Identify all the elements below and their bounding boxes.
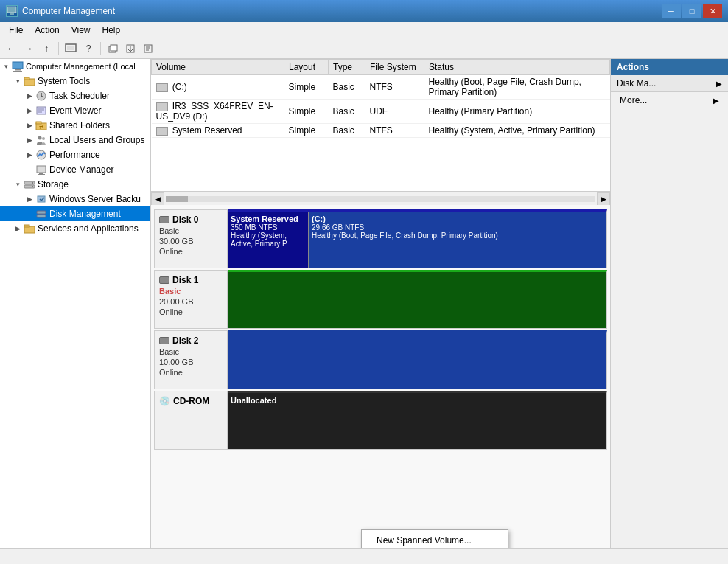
- expand-storage[interactable]: ▾: [12, 178, 24, 190]
- window-controls: ─ □ ✕: [662, 4, 722, 18]
- content-area: Volume Layout Type File System Status (C…: [151, 59, 610, 548]
- tree-system-tools-label: System Tools: [38, 76, 90, 86]
- disk-2-main-partition[interactable]: [228, 333, 606, 389]
- tree-shared-folders[interactable]: ▶ ⇄ Shared Folders: [0, 118, 150, 133]
- toolbar: ← → ↑ ?: [0, 38, 728, 59]
- svg-rect-0: [7, 7, 16, 13]
- svg-rect-15: [13, 62, 23, 69]
- table-row[interactable]: IR3_SSS_X64FREV_EN-US_DV9 (D:) Simple Ba…: [152, 100, 610, 124]
- disk-1-size: 20.00 GB: [159, 297, 223, 306]
- tree-local-users[interactable]: ▶ Local Users and Groups: [0, 133, 150, 147]
- horizontal-scrollbar[interactable]: ◀ ▶: [151, 192, 610, 205]
- col-type: Type: [329, 60, 365, 75]
- expand-ev[interactable]: ▶: [24, 105, 35, 116]
- close-button[interactable]: ✕: [703, 4, 722, 18]
- expand-task[interactable]: ▶: [24, 90, 35, 102]
- menu-help[interactable]: Help: [97, 24, 127, 37]
- expand-wb[interactable]: ▶: [24, 193, 35, 205]
- disk-1-label[interactable]: Disk 1 Basic 20.00 GB Online: [154, 270, 228, 329]
- tree-pane: ▾ Computer Management (Local ▾ System To…: [0, 59, 151, 548]
- scroll-thumb[interactable]: [166, 196, 188, 202]
- expand-perf[interactable]: ▶: [24, 149, 35, 161]
- tree-device-manager[interactable]: ▶ Device Manager: [0, 162, 150, 177]
- cdrom-unalloc[interactable]: Unallocated: [228, 393, 606, 449]
- disk-0-type: Basic: [159, 226, 223, 235]
- disk-0-partition-sysres[interactable]: System Reserved 350 MB NTFS Healthy (Sys…: [228, 212, 309, 268]
- tree-performance[interactable]: ▶ Performance: [0, 147, 150, 162]
- tree-disk-management[interactable]: ▶ Disk Management: [0, 206, 150, 221]
- col-status: Status: [424, 60, 610, 75]
- col-fs: File System: [365, 60, 424, 75]
- vol-name-c: (C:): [152, 75, 284, 100]
- hdd-icon: [159, 216, 169, 223]
- actions-pane: Actions Disk Ma... ▶ More... ▶: [610, 59, 728, 548]
- table-row[interactable]: (C:) Simple Basic NTFS Healthy (Boot, Pa…: [152, 75, 610, 100]
- tree-system-tools[interactable]: ▾ System Tools: [0, 74, 150, 88]
- help-button[interactable]: ?: [80, 41, 97, 57]
- tree-device-label: Device Manager: [49, 164, 113, 175]
- expand-system-tools[interactable]: ▾: [12, 75, 24, 87]
- actions-expand-icon: ▶: [716, 80, 722, 88]
- forward-button[interactable]: →: [21, 41, 37, 57]
- expand-services[interactable]: ▶: [12, 223, 24, 234]
- disk-1-row: Disk 1 Basic 20.00 GB Online: [154, 270, 607, 329]
- actions-more-arrow: ▶: [713, 97, 719, 105]
- disk-2-label[interactable]: Disk 2 Basic 10.00 GB Online: [154, 330, 228, 389]
- tree-task-scheduler[interactable]: ▶ Task Scheduler: [0, 88, 150, 103]
- actions-more[interactable]: More... ▶: [611, 92, 728, 108]
- svg-rect-35: [38, 174, 45, 175]
- actions-sub-label: Disk Ma...: [617, 78, 656, 88]
- expand-lu[interactable]: ▶: [24, 134, 35, 146]
- disk-2-type: Basic: [159, 347, 223, 356]
- scroll-track[interactable]: [166, 196, 595, 202]
- tree-event-label: Event Viewer: [49, 105, 101, 116]
- maximize-button[interactable]: □: [682, 4, 701, 18]
- disk-1-main-partition[interactable]: [228, 272, 606, 328]
- tree-services-label: Services and Applications: [38, 223, 139, 234]
- volume-list: Volume Layout Type File System Status (C…: [151, 59, 610, 192]
- disk-1-name: Disk 1: [159, 275, 223, 285]
- disk-icon-sm: [156, 127, 168, 136]
- app-icon: [6, 5, 18, 17]
- menu-file[interactable]: File: [3, 24, 29, 37]
- minimize-button[interactable]: ─: [662, 4, 681, 18]
- cdrom-label[interactable]: 💿 CD-ROM: [154, 391, 228, 450]
- menu-action[interactable]: Action: [29, 24, 65, 37]
- scroll-left-button[interactable]: ◀: [151, 192, 164, 206]
- storage-icon: [24, 178, 35, 190]
- new-window-button[interactable]: [105, 41, 121, 57]
- tree-event-viewer[interactable]: ▶ Event Viewer: [0, 103, 150, 118]
- disk-0-partition-c[interactable]: (C:) 29.66 GB NTFS Healthy (Boot, Page F…: [309, 212, 606, 268]
- tree-server-backup[interactable]: ▶ Windows Server Backu: [0, 192, 150, 206]
- ctx-new-spanned[interactable]: New Spanned Volume...: [362, 532, 508, 548]
- svg-rect-42: [37, 215, 46, 217]
- svg-point-39: [32, 186, 33, 187]
- up-button[interactable]: ↑: [38, 41, 55, 57]
- scroll-right-button[interactable]: ▶: [597, 192, 610, 206]
- svg-point-30: [38, 136, 42, 140]
- svg-rect-4: [67, 46, 74, 50]
- table-row[interactable]: System Reserved Simple Basic NTFS Health…: [152, 124, 610, 138]
- disk-mgmt-icon: [35, 208, 47, 220]
- toolbar-separator-2: [100, 42, 101, 55]
- tree-performance-label: Performance: [49, 150, 100, 160]
- disk-0-label[interactable]: Disk 0 Basic 30.00 GB Online: [154, 209, 228, 268]
- disk-2-row: Disk 2 Basic 10.00 GB Online: [154, 330, 607, 389]
- export-button[interactable]: [122, 41, 139, 57]
- menu-view[interactable]: View: [66, 24, 97, 37]
- svg-rect-6: [111, 45, 117, 51]
- tree-root[interactable]: ▾ Computer Management (Local: [0, 59, 150, 74]
- tree-storage-label: Storage: [38, 179, 69, 189]
- disk-1-type: Basic: [159, 287, 223, 296]
- expand-sf[interactable]: ▶: [24, 119, 35, 131]
- back-button[interactable]: ←: [3, 41, 19, 57]
- cdrom-partitions: Unallocated: [228, 391, 607, 450]
- disk-1-status: Online: [159, 307, 223, 316]
- show-hide-console[interactable]: [63, 41, 79, 57]
- col-layout: Layout: [284, 60, 329, 75]
- svg-rect-44: [24, 225, 29, 227]
- tree-services[interactable]: ▶ Services and Applications: [0, 221, 150, 236]
- expand-root[interactable]: ▾: [0, 60, 12, 72]
- tree-storage[interactable]: ▾ Storage: [0, 177, 150, 192]
- properties-button[interactable]: [140, 41, 156, 57]
